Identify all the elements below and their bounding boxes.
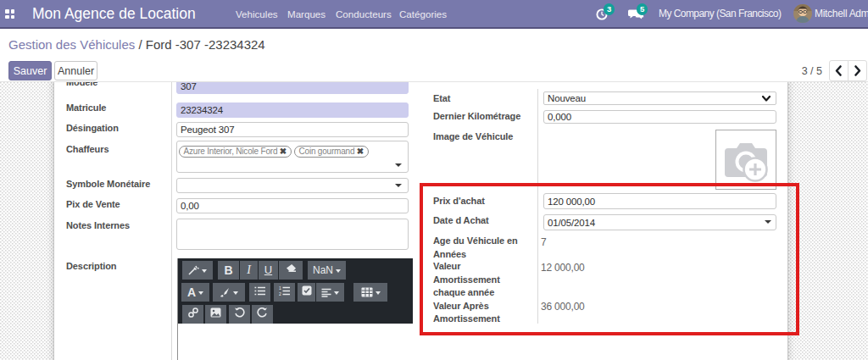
svg-text:2: 2 (279, 291, 281, 296)
svg-text:1: 1 (279, 286, 281, 291)
